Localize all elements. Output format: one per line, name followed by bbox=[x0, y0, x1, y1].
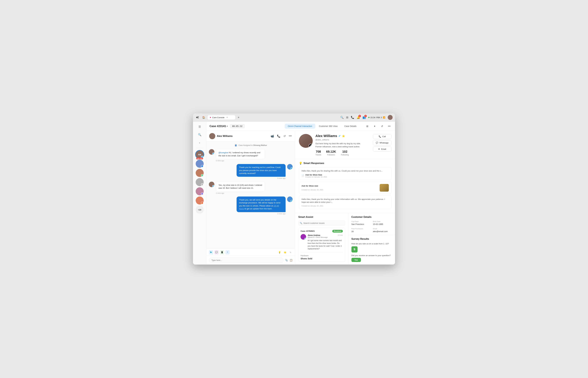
profile-handle: @alex_williams bbox=[315, 139, 370, 141]
browser-actions: 🔍 ⊞ 📞 🔔8 👥8 15:34 PBK 3 📶 bbox=[340, 115, 393, 120]
message-content: Thank you for reaching out to LuxeGlow. … bbox=[237, 164, 286, 179]
notification-bell[interactable]: 🔔8 bbox=[357, 116, 360, 119]
home-button[interactable]: 🏠 bbox=[202, 115, 206, 120]
emoji-button[interactable]: 🌟 bbox=[283, 250, 287, 255]
message-row: 𝕏 @luxeglow Hi, I ordered my shoes recen… bbox=[209, 149, 293, 162]
detail-email: Email alex@email.com bbox=[373, 228, 392, 232]
app-window: 🏠 ♥ Care Console ✕ + 🔍 ⊞ 📞 🔔8 👥8 15:34 P… bbox=[193, 113, 395, 265]
whatsapp-button[interactable]: 💬 Whatsapp bbox=[373, 140, 391, 145]
facebook-channel-tab[interactable]: f bbox=[225, 250, 230, 255]
tweets-count: 708 bbox=[315, 150, 321, 153]
dropdown-arrow: ▾ bbox=[227, 125, 228, 127]
customer-details-title: Customer Details bbox=[351, 216, 392, 218]
chat-header: Alex Williams 📹 📞 ↺ ••• bbox=[206, 131, 295, 141]
messenger-channel-tab[interactable]: 💬 bbox=[214, 250, 219, 255]
search-issues-wrap: 🔍 bbox=[298, 221, 345, 226]
refresh-chat-button[interactable]: ↺ bbox=[283, 134, 286, 138]
response-card[interactable]: Ask for Shoe size Created on January 18,… bbox=[299, 182, 391, 194]
message-time: 6 mins ago bbox=[216, 160, 265, 162]
attachment-icon[interactable]: 📎 bbox=[285, 259, 288, 262]
call-icon: 📞 bbox=[379, 135, 381, 138]
agent-item[interactable]: W bbox=[196, 169, 204, 177]
message-time: 2 mins ago bbox=[216, 192, 265, 194]
tab-label: Care Console bbox=[212, 116, 224, 119]
tab-customer-360[interactable]: Customer 360 View bbox=[316, 124, 341, 129]
profile-avatar: 𝕏 bbox=[299, 134, 313, 148]
system-icon: 👤 bbox=[234, 144, 237, 147]
case-number-dropdown[interactable]: Case #23141 ▾ bbox=[209, 125, 228, 128]
more-options-button[interactable]: ••• bbox=[386, 123, 392, 129]
tab-omni-channel[interactable]: Omni-Channel Interaction bbox=[285, 124, 315, 129]
detail-city: City/Town San Francisco bbox=[351, 221, 371, 225]
agent-item[interactable] bbox=[196, 178, 204, 186]
birthdate-label: Birth Date bbox=[373, 221, 392, 222]
svg-point-2 bbox=[198, 118, 199, 119]
new-tab-button[interactable]: + bbox=[238, 116, 240, 119]
agent-id: PBK 3 bbox=[376, 116, 382, 119]
smart-responses-section: 💡 Smart Responses Hello Alex, thank you … bbox=[295, 159, 395, 213]
hardware-section: Hardware Shoes Sold bbox=[301, 252, 343, 260]
agent-item[interactable]: f bbox=[196, 160, 204, 168]
call-button[interactable]: 📞 Call bbox=[373, 134, 391, 139]
search-sidebar-button[interactable]: 🔍 bbox=[196, 131, 203, 138]
magic-button[interactable]: ✦ bbox=[372, 123, 377, 129]
search-browser-icon[interactable]: 🔍 bbox=[340, 116, 344, 119]
birthdate-value: 15-02-1995 bbox=[373, 223, 392, 225]
whatsapp-channel-tab[interactable]: 📱 bbox=[220, 250, 224, 255]
profile-twitter-badge: 𝕏 bbox=[309, 144, 312, 148]
response-date: Created on January 18, 2021 bbox=[302, 205, 389, 207]
channel-indicator-reddit: R bbox=[201, 202, 203, 204]
survey-title: Survey Results bbox=[351, 238, 392, 240]
refresh-button[interactable]: ↺ bbox=[379, 123, 385, 129]
search-icon: 🔍 bbox=[300, 222, 302, 224]
voice-call-button[interactable]: 📞 bbox=[276, 134, 281, 138]
chat-input-field[interactable] bbox=[209, 257, 283, 263]
chat-agent-avatar bbox=[209, 133, 215, 139]
grid-view-button[interactable]: ⊞ bbox=[364, 123, 370, 129]
profile-actions: 📞 Call 💬 Whatsapp ✉ Email bbox=[373, 134, 391, 152]
tab-close-button[interactable]: ✕ bbox=[226, 116, 228, 119]
apps-icon[interactable]: ⊞ bbox=[346, 116, 348, 119]
email-button[interactable]: ✉ Email bbox=[373, 147, 391, 152]
user-avatar[interactable] bbox=[388, 115, 393, 120]
case-assist-number: Case #3784921 bbox=[301, 230, 315, 232]
notif-count: 8 bbox=[358, 115, 361, 117]
phone-icon[interactable]: 📞 bbox=[351, 116, 354, 119]
template-icon[interactable]: 📋 bbox=[290, 259, 293, 262]
star-icon: ⭐ bbox=[342, 135, 345, 137]
response-title: Ask for Shoe size bbox=[302, 185, 318, 187]
more-chat-button[interactable]: ••• bbox=[288, 134, 292, 138]
right-col: Customer Details City/Town San Francisco… bbox=[348, 213, 395, 264]
agent-item[interactable]: AW 𝕏 10m 32s bbox=[196, 150, 204, 159]
more-agents-button[interactable]: +20 bbox=[196, 206, 204, 214]
hardware-value: Shoes Sold bbox=[301, 257, 343, 260]
message-bubble-outgoing: Thank you, we will send you details on t… bbox=[237, 197, 286, 212]
agent-status-icon[interactable]: 👥8 bbox=[362, 116, 366, 119]
purchases-value: 16 bbox=[351, 230, 371, 232]
system-message: 👤 Case Assigned to Shivang Mathur bbox=[209, 144, 293, 147]
agent-list: AW 𝕏 10m 32s f W bbox=[196, 150, 204, 214]
agent-item[interactable]: R bbox=[196, 197, 204, 204]
video-call-button[interactable]: 📹 bbox=[270, 134, 275, 138]
active-tab[interactable]: ♥ Care Console ✕ bbox=[208, 115, 235, 120]
smart-reply-button[interactable]: 💡 bbox=[277, 250, 281, 255]
bulb-icon: 💡 bbox=[299, 162, 302, 165]
response-text: Hello Alex, thank you for sharing this w… bbox=[302, 169, 389, 173]
agent-item[interactable]: V bbox=[196, 187, 204, 195]
search-issues-input[interactable] bbox=[298, 221, 345, 226]
expand-input-button[interactable]: ⤡ bbox=[288, 250, 293, 255]
twitter-channel-tab[interactable]: 🐦 bbox=[209, 250, 213, 255]
expand-button[interactable]: › bbox=[196, 139, 203, 146]
profile-info: Alex Williams ✓ ⭐ @alex_williams Out her… bbox=[315, 134, 370, 156]
content-area: Case #23141 ▾ 00:05:32 Omni-Channel Inte… bbox=[206, 122, 395, 265]
message-content: Yes, my shoe size is 10 (US) and shoes I… bbox=[216, 182, 265, 194]
message-time: 5 mins ago bbox=[277, 177, 286, 179]
tab-case-details[interactable]: Case Details bbox=[341, 124, 359, 129]
case-assist-card: Case #3784921 Resolved 𝕏 bbox=[298, 228, 345, 262]
browser-bar: 🏠 ♥ Care Console ✕ + 🔍 ⊞ 📞 🔔8 👥8 15:34 P… bbox=[193, 113, 395, 122]
response-card[interactable]: Hello Alex, thank you for sharing your o… bbox=[299, 195, 391, 209]
response-card[interactable]: Hello Alex, thank you for sharing this w… bbox=[299, 167, 391, 180]
smart-assist-section: Smart Assist 🔍 Case #3784921 Resolved bbox=[295, 213, 348, 264]
menu-button[interactable]: ☰ bbox=[196, 123, 203, 130]
message-bubble: Yes, my shoe size is 10 (US) and shoes I… bbox=[216, 182, 265, 192]
